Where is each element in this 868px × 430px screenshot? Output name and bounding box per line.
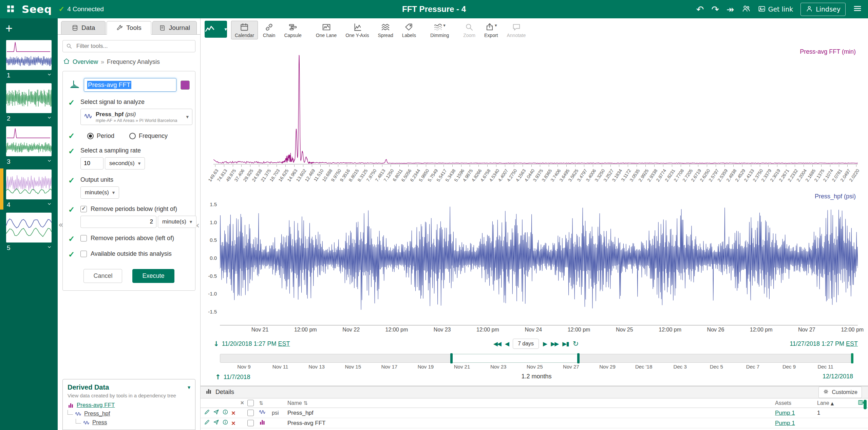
toolbar-capsule-button[interactable]: Capsule [280, 21, 305, 39]
toolbar-export-button[interactable]: ▾Export [480, 21, 502, 39]
send-item-button[interactable] [213, 409, 219, 417]
available-outside-checkbox[interactable]: Available outside this analysis [80, 250, 190, 257]
customize-button[interactable]: Customize [818, 387, 862, 398]
sort-type-button[interactable]: ⇅ [259, 400, 272, 406]
app-grid-icon[interactable] [6, 4, 15, 14]
timeline-right-handle[interactable] [577, 353, 580, 363]
toolbar-dimming-button[interactable]: ▾Dimming [427, 21, 453, 39]
duration-button[interactable]: 7 days [513, 339, 539, 349]
cancel-button[interactable]: Cancel [83, 269, 122, 283]
derived-item-link[interactable]: Press_hpf [84, 410, 110, 417]
signal-select-dropdown[interactable]: Press_hpf (psi) mple-AF » All Areas » PI… [80, 109, 192, 125]
result-name-input[interactable]: Press-avg FFT [84, 78, 176, 92]
remove-below-value-input[interactable] [80, 216, 156, 228]
item-info-button[interactable] [222, 409, 228, 417]
signal-plot-area[interactable] [220, 191, 858, 325]
worksheet-thumbnail[interactable] [6, 40, 52, 70]
remove-all-button[interactable]: × [204, 399, 247, 407]
display-range-end[interactable]: 11/27/2018 1:27 PM EST [790, 340, 858, 347]
execute-button[interactable]: Execute [132, 269, 174, 283]
remove-below-unit-dropdown[interactable]: minute(s)▾ [158, 216, 196, 228]
derived-item-link[interactable]: Press-avg FFT [77, 402, 115, 409]
edit-item-button[interactable] [204, 419, 210, 427]
toolbar-one-y-axis-button[interactable]: One Y-Axis [342, 21, 373, 39]
send-item-button[interactable] [213, 419, 219, 427]
users-button[interactable] [742, 4, 751, 14]
user-menu-button[interactable]: Lindsey [800, 3, 846, 16]
tab-data[interactable]: Data [61, 21, 106, 35]
toolbar-spread-button[interactable]: Spread [374, 21, 397, 39]
worksheet-menu-chevron-icon[interactable] [46, 201, 52, 209]
step-back-many-button[interactable]: ◀◀ [493, 340, 501, 347]
investigate-start-date[interactable]: 11/7/2018 [224, 374, 250, 381]
period-radio[interactable]: Period [87, 132, 114, 140]
get-link-button[interactable]: Get link [758, 5, 793, 14]
worksheet-item-1[interactable]: 1 [6, 40, 54, 79]
worksheet-thumbnail[interactable] [6, 213, 52, 243]
timeline-selection[interactable] [451, 354, 579, 363]
frequency-radio[interactable]: Frequency [129, 132, 168, 140]
redo-button[interactable]: ↷ [711, 5, 719, 14]
worksheet-thumbnail[interactable] [6, 126, 52, 156]
toolbar-labels-button[interactable]: Labels [398, 21, 420, 39]
sampling-rate-input[interactable] [80, 157, 103, 169]
worksheet-item-2[interactable]: 2 [6, 83, 54, 122]
step-forward-button[interactable]: ▶ [543, 340, 547, 347]
worksheet-item-5[interactable]: 5 [6, 213, 54, 252]
worksheet-item-3[interactable]: 3 [6, 126, 54, 165]
present-button[interactable]: ↠ [727, 5, 734, 14]
name-column-header[interactable]: Name [287, 400, 302, 406]
worksheet-menu-chevron-icon[interactable] [46, 72, 52, 79]
display-range-start[interactable]: 11/20/2018 1:27 PM EST [222, 340, 290, 347]
home-icon[interactable] [63, 58, 70, 66]
remove-below-checkbox[interactable]: Remove periods below (right of) [80, 205, 177, 212]
worksheet-thumbnail[interactable] [6, 83, 52, 113]
worksheet-menu-chevron-icon[interactable] [46, 158, 52, 165]
collapse-sidebar-handle[interactable]: « [58, 220, 63, 230]
assets-column-header[interactable]: Assets [775, 400, 817, 406]
toolbar-calendar-button[interactable]: Calendar [231, 21, 258, 39]
breadcrumb-overview-link[interactable]: Overview [73, 58, 98, 66]
row-checkbox[interactable] [247, 420, 254, 426]
collapse-tools-handle[interactable]: ‹ [196, 220, 200, 230]
worksheet-thumbnail[interactable] [6, 169, 52, 199]
timeline-track[interactable] [220, 354, 853, 363]
toolbar-chain-button[interactable]: Chain [259, 21, 279, 39]
row-asset-link[interactable]: Pump 1 [775, 410, 817, 416]
investigate-end-date[interactable]: 12/12/2018 [823, 373, 853, 380]
derived-item-link[interactable]: Press [92, 419, 107, 426]
remove-above-checkbox[interactable]: Remove periods above (left of) [80, 235, 190, 242]
step-to-end-button[interactable]: ▶▮ [562, 340, 568, 347]
step-forward-many-button[interactable]: ▶▶ [551, 340, 558, 347]
details-scrollbar[interactable] [864, 400, 867, 409]
worksheet-menu-chevron-icon[interactable] [46, 115, 52, 122]
hamburger-menu-button[interactable] [853, 4, 862, 14]
item-info-button[interactable] [222, 419, 228, 427]
select-all-checkbox[interactable] [247, 400, 254, 406]
remove-item-button[interactable]: × [231, 420, 235, 427]
filter-tools-input[interactable] [62, 40, 195, 52]
remove-item-button[interactable]: × [231, 410, 235, 416]
timeline-end-handle[interactable] [851, 353, 853, 363]
worksheet-item-4[interactable]: 4 [6, 169, 54, 209]
lane-column-header[interactable]: Lane ▲ [817, 400, 848, 406]
trend-view-button[interactable]: ▾ [205, 21, 227, 38]
toolbar-one-lane-button[interactable]: One Lane [312, 21, 341, 39]
investigate-duration[interactable]: 1.2 months [521, 373, 551, 380]
connected-status[interactable]: ✓ 4 Connected [59, 5, 104, 13]
worksheet-menu-chevron-icon[interactable] [46, 244, 52, 252]
timeline-left-handle[interactable] [450, 353, 453, 363]
row-asset-link[interactable]: Pump 1 [775, 420, 817, 427]
tab-journal[interactable]: Journal [152, 21, 197, 35]
undo-button[interactable]: ↶ [696, 5, 704, 14]
row-checkbox[interactable] [247, 410, 254, 416]
auto-update-button[interactable]: ↻ [573, 340, 579, 348]
sort-name-button[interactable]: ⇅ [303, 400, 308, 406]
sampling-unit-dropdown[interactable]: second(s)▾ [105, 157, 145, 169]
color-swatch[interactable] [181, 80, 190, 90]
chevron-down-icon[interactable]: ▾ [188, 384, 190, 391]
output-unit-dropdown[interactable]: minute(s)▾ [80, 186, 119, 199]
step-back-button[interactable]: ◀ [505, 340, 509, 347]
fft-plot-area[interactable] [213, 48, 858, 164]
edit-item-button[interactable] [204, 409, 210, 417]
